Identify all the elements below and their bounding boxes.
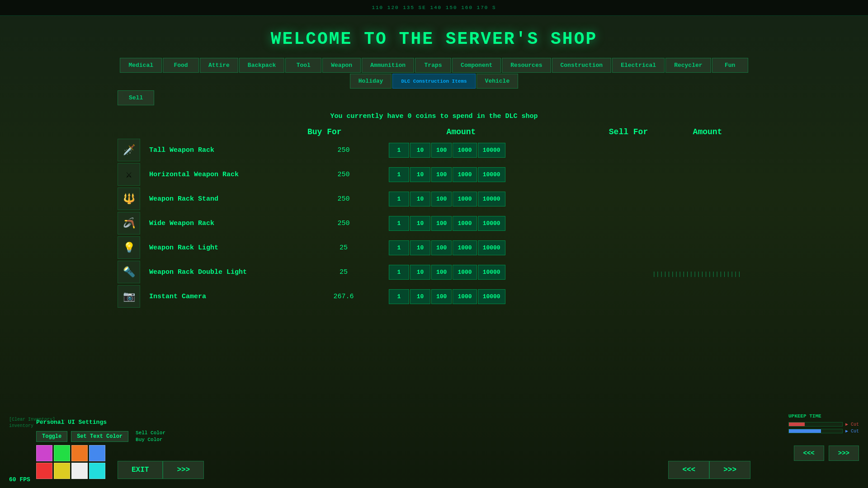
- next-button[interactable]: >>>: [163, 461, 204, 479]
- table-row: ⚔️ Horizontal Weapon Rack 250 1 10 100 1…: [118, 163, 570, 186]
- tab-ammunition[interactable]: Ammunition: [362, 58, 414, 73]
- amount-btn-1000[interactable]: 1000: [453, 265, 476, 280]
- amount-buttons-tall-weapon-rack: 1 10 100 1000 10000: [389, 143, 524, 158]
- tab-medical[interactable]: Medical: [120, 58, 162, 73]
- amount-btn-1000[interactable]: 1000: [453, 216, 476, 231]
- color-swatch-blue[interactable]: [89, 445, 105, 461]
- tab-backpack[interactable]: Backpack: [239, 58, 284, 73]
- chat-line-2: inventory: [9, 423, 66, 429]
- amount-btn-100[interactable]: 100: [431, 192, 452, 206]
- shop-overlay: WELCOME TO THE SERVER'S SHOP Medical Foo…: [0, 16, 868, 488]
- toggle-button[interactable]: Toggle: [36, 431, 67, 442]
- color-swatch-green[interactable]: [54, 445, 70, 461]
- color-swatch-purple[interactable]: [36, 445, 52, 461]
- amount-btn-10[interactable]: 10: [410, 167, 430, 182]
- color-swatch-orange[interactable]: [71, 445, 88, 461]
- chat-line-1: [Clear Inventory] ...: [9, 417, 66, 423]
- set-text-color-button[interactable]: Set Text Color: [71, 431, 128, 442]
- tab-food[interactable]: Food: [163, 58, 199, 73]
- tab-fun[interactable]: Fun: [712, 58, 748, 73]
- amount-btn-1[interactable]: 1: [389, 167, 409, 182]
- amount-btn-1000[interactable]: 1000: [453, 167, 476, 182]
- table-row: 🪃 Wide Weapon Rack 250 1 10 100 1000 100…: [118, 211, 570, 235]
- color-swatch-cyan[interactable]: [89, 463, 105, 479]
- amount-btn-1000[interactable]: 1000: [453, 289, 476, 304]
- tab-weapon[interactable]: Weapon: [322, 58, 361, 73]
- amount-btn-100[interactable]: 100: [431, 265, 452, 280]
- amount-btn-10000[interactable]: 10000: [478, 216, 505, 231]
- amount-btn-1[interactable]: 1: [389, 143, 409, 158]
- category-tabs: Medical Food Attire Backpack Tool Weapon…: [118, 58, 750, 89]
- sell-for-header: Sell For: [583, 127, 674, 136]
- amount-btn-10000[interactable]: 10000: [478, 167, 505, 182]
- amount-btn-1000[interactable]: 1000: [453, 143, 476, 158]
- amount-btn-10000[interactable]: 10000: [478, 265, 505, 280]
- fps-counter-area: 60 FPS: [9, 475, 30, 483]
- amount-btn-100[interactable]: 100: [431, 240, 452, 255]
- amount-btn-1[interactable]: 1: [389, 289, 409, 304]
- tab-vehicle[interactable]: Vehicle: [476, 74, 519, 89]
- tab-traps[interactable]: Traps: [415, 58, 451, 73]
- color-swatch-white[interactable]: [71, 463, 88, 479]
- tab-tool[interactable]: Tool: [285, 58, 321, 73]
- tab-component[interactable]: Component: [452, 58, 501, 73]
- color-swatch-red[interactable]: [36, 463, 52, 479]
- buy-color-label: Buy Color: [136, 437, 165, 442]
- amount-btn-10000[interactable]: 10000: [478, 143, 505, 158]
- table-row: 🔦 Weapon Rack Double Light 25 1 10 100 1…: [118, 260, 570, 284]
- upkeep-section: UPKEEP TIME ▶ Cut ▶ Cut: [788, 413, 859, 434]
- item-icon-weapon-rack-double-light: 🔦: [118, 261, 140, 283]
- tab-dlc[interactable]: DLC Construction Items: [392, 74, 475, 89]
- item-name-horizontal-weapon-rack: Horizontal Weapon Rack: [145, 171, 298, 178]
- tab-attire[interactable]: Attire: [200, 58, 238, 73]
- item-icon-weapon-rack-stand: 🔱: [118, 188, 140, 210]
- item-price-instant-camera: 267.6: [298, 293, 389, 300]
- amount-btn-1[interactable]: 1: [389, 265, 409, 280]
- amount-btn-10000[interactable]: 10000: [478, 192, 505, 206]
- tab-electrical[interactable]: Electrical: [612, 58, 665, 73]
- table-header: Buy For Amount: [118, 127, 570, 136]
- sell-tab[interactable]: Sell: [118, 90, 154, 105]
- amount-btn-1000[interactable]: 1000: [453, 192, 476, 206]
- amount-btn-10000[interactable]: 10000: [478, 240, 505, 255]
- tab-holiday[interactable]: Holiday: [350, 74, 392, 89]
- upkeep-label: UPKEEP TIME: [788, 413, 859, 419]
- amount-btn-10[interactable]: 10: [410, 192, 430, 206]
- tab-recycler[interactable]: Recycler: [665, 58, 711, 73]
- amount-buttons-weapon-rack-double-light: 1 10 100 1000 10000: [389, 265, 524, 280]
- amount-btn-10[interactable]: 10: [410, 143, 430, 158]
- item-price-weapon-rack-light: 25: [298, 244, 389, 252]
- amount-btn-10[interactable]: 10: [410, 289, 430, 304]
- amount-btn-1[interactable]: 1: [389, 216, 409, 231]
- right-prev-button[interactable]: <<<: [794, 446, 824, 461]
- amount-btn-10[interactable]: 10: [410, 265, 430, 280]
- right-next-button[interactable]: >>>: [829, 446, 859, 461]
- amount-btn-100[interactable]: 100: [431, 143, 452, 158]
- tab-construction[interactable]: Construction: [552, 58, 612, 73]
- amount-btn-1[interactable]: 1: [389, 192, 409, 206]
- amount-buttons-horizontal-weapon-rack: 1 10 100 1000 10000: [389, 167, 524, 182]
- amount-btn-10[interactable]: 10: [410, 216, 430, 231]
- amount-buttons-wide-weapon-rack: 1 10 100 1000 10000: [389, 216, 524, 231]
- next-right-button[interactable]: >>>: [709, 461, 750, 479]
- color-swatch-yellow[interactable]: [54, 463, 70, 479]
- sell-section: Sell For Amount: [579, 127, 750, 447]
- item-icon-weapon-rack-light: 💡: [118, 236, 140, 259]
- item-name-weapon-rack-stand: Weapon Rack Stand: [145, 195, 298, 203]
- amount-btn-10[interactable]: 10: [410, 240, 430, 255]
- amount-btn-1[interactable]: 1: [389, 240, 409, 255]
- tab-resources[interactable]: Resources: [502, 58, 551, 73]
- amount-btn-10000[interactable]: 10000: [478, 289, 505, 304]
- shop-content: Buy For Amount 🗡️ Tall Weapon Rack 250 1…: [118, 127, 750, 447]
- amount-btn-100[interactable]: 100: [431, 167, 452, 182]
- amount-btn-1000[interactable]: 1000: [453, 240, 476, 255]
- item-name-tall-weapon-rack: Tall Weapon Rack: [145, 146, 298, 154]
- amount-btn-100[interactable]: 100: [431, 289, 452, 304]
- item-price-tall-weapon-rack: 250: [298, 146, 389, 154]
- amount-btn-100[interactable]: 100: [431, 216, 452, 231]
- amount-buttons-weapon-rack-stand: 1 10 100 1000 10000: [389, 192, 524, 206]
- table-row: 🗡️ Tall Weapon Rack 250 1 10 100 1000 10…: [118, 138, 570, 162]
- item-name-weapon-rack-double-light: Weapon Rack Double Light: [145, 268, 298, 276]
- prev-right-button[interactable]: <<<: [668, 461, 709, 479]
- table-row: 📷 Instant Camera 267.6 1 10 100 1000 100…: [118, 285, 570, 308]
